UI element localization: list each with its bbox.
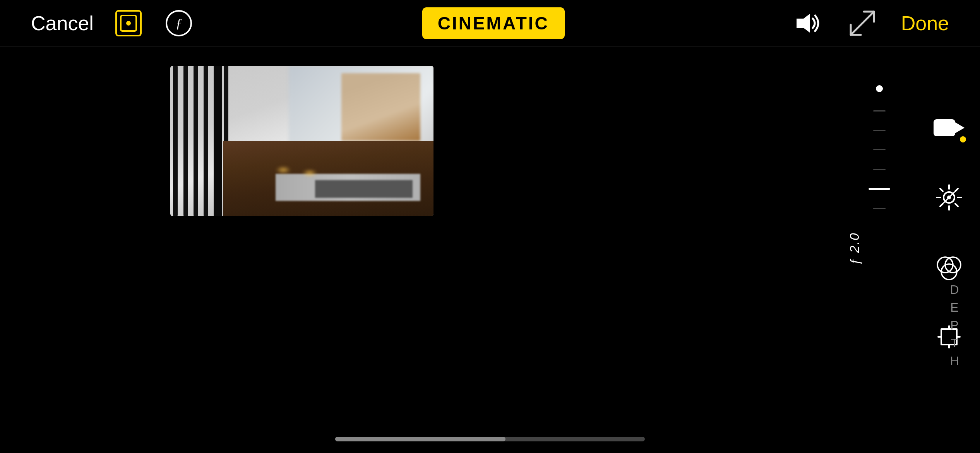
speaker-button[interactable]	[793, 8, 824, 39]
svg-line-13	[940, 189, 943, 191]
slider-tick-1	[873, 110, 886, 112]
slider-indicator-dot	[876, 85, 883, 92]
bar4	[204, 66, 208, 216]
svg-marker-5	[797, 14, 810, 33]
aperture-slider[interactable]	[868, 85, 891, 209]
video-cam-button[interactable]	[930, 108, 968, 147]
bottom-scrubber-bar	[0, 437, 980, 441]
svg-line-14	[955, 204, 958, 206]
focus-square-button[interactable]	[113, 8, 144, 39]
svg-line-16	[940, 204, 943, 206]
scrubber-track[interactable]	[335, 437, 645, 441]
aperture-label: ƒ 2.0	[847, 232, 862, 266]
top-bar: Cancel ƒ CINEMATIC	[0, 0, 980, 46]
color-mix-button[interactable]	[930, 248, 968, 287]
slider-tick-5	[873, 208, 886, 209]
cam-lens	[955, 122, 965, 133]
speaker-icon	[794, 12, 822, 35]
top-bar-center: CINEMATIC	[422, 7, 565, 39]
focus-square-icon	[115, 9, 142, 37]
scrubber-fill	[335, 437, 505, 441]
aperture-f-button[interactable]: ƒ	[163, 8, 194, 39]
aperture-f-icon: ƒ	[165, 9, 193, 37]
bar3	[194, 66, 198, 216]
cinematic-badge: CINEMATIC	[422, 7, 565, 39]
slider-tick-4	[873, 169, 886, 170]
light-spot-2	[302, 169, 317, 177]
svg-point-2	[126, 21, 131, 26]
top-bar-right: Done	[793, 8, 949, 39]
svg-line-6	[851, 12, 874, 35]
cam-body	[934, 119, 955, 136]
slider-tick-active	[869, 188, 890, 190]
video-container: ƒ 2.0	[0, 46, 980, 453]
top-bar-left: Cancel ƒ	[31, 8, 194, 39]
resize-icon	[848, 9, 876, 37]
door-area	[341, 73, 420, 141]
adjust-icon	[935, 184, 963, 211]
adjust-button[interactable]	[930, 178, 968, 217]
video-inner	[170, 66, 433, 216]
cancel-button[interactable]: Cancel	[31, 12, 94, 35]
resize-button[interactable]	[847, 8, 878, 39]
color-mix-icon	[935, 253, 963, 281]
slider-tick-2	[873, 130, 886, 131]
svg-line-15	[955, 189, 958, 191]
cam-dot	[960, 136, 966, 142]
center-post	[214, 66, 222, 216]
video-frame[interactable]	[170, 66, 433, 216]
depth-label: DEPTH	[947, 283, 961, 372]
done-button[interactable]: Done	[901, 12, 949, 35]
mat	[315, 180, 413, 198]
bar1	[173, 66, 178, 216]
svg-text:ƒ: ƒ	[175, 15, 182, 30]
light-spot-1	[276, 166, 291, 174]
bar2	[183, 66, 188, 216]
video-cam-icon	[934, 116, 965, 139]
slider-tick-3	[873, 149, 886, 150]
